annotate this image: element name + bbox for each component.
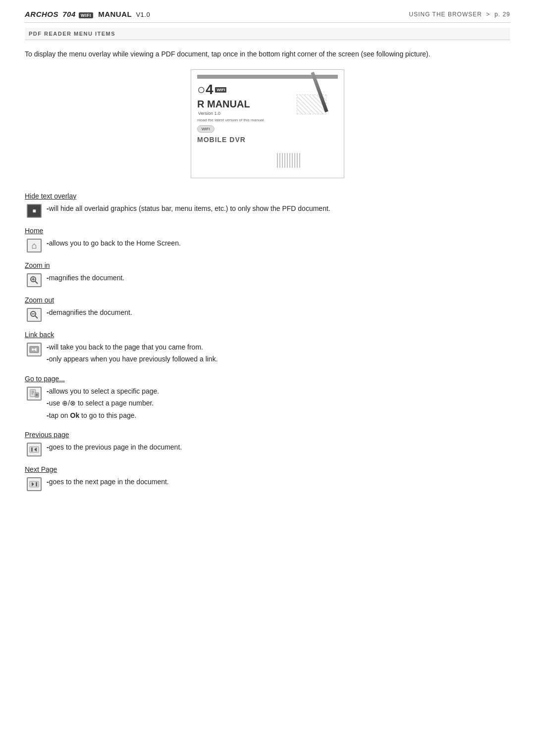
hide-overlay-icon: ■ (27, 204, 42, 218)
next-page-icon (27, 477, 42, 491)
link-back-desc: -will take you back to the page that you… (47, 342, 510, 366)
menu-item-link-back: Link back -will take you back to the pag… (25, 331, 510, 366)
go-to-page-svg (29, 389, 39, 399)
zoom-out-svg (29, 310, 39, 320)
model-number: 704 (62, 10, 76, 18)
svg-rect-11 (32, 391, 34, 391)
previous-page-body: -goes to the previous page in the docume… (27, 442, 510, 456)
go-to-page-icon (27, 387, 42, 401)
previous-page-title: Previous page (25, 431, 510, 439)
screenshot-image: ○4 WIFI R MANUAL Version 1.0 nload the l… (191, 69, 344, 178)
go-to-page-body: -allows you to select a specific page. -… (27, 386, 510, 422)
dark-square-icon: ■ (32, 207, 36, 214)
go-to-page-title: Go to page... (25, 375, 510, 383)
screenshot-num: ○4 (197, 82, 213, 98)
menu-item-next-page: Next Page -goes to the next page in the … (25, 465, 510, 491)
go-to-page-desc: -allows you to select a specific page. -… (47, 386, 510, 422)
svg-rect-13 (32, 394, 34, 394)
manual-label: MANUAL (98, 10, 132, 18)
menu-item-hide-text-overlay: Hide text overlay ■ -will hide all overl… (25, 192, 510, 218)
screenshot-subtext: nload the latest version of this manual (197, 118, 264, 122)
screenshot-version: Version 1.0 (198, 111, 220, 116)
menu-item-previous-page: Previous page -goes to the previous page… (25, 431, 510, 456)
screenshot-dots2 (277, 153, 302, 168)
page-number: p. 29 (494, 11, 510, 18)
svg-line-1 (35, 281, 38, 284)
screenshot-top-bar (197, 75, 338, 79)
menu-item-go-to-page: Go to page... -allows you to select a sp… (25, 375, 510, 422)
previous-page-desc: -goes to the previous page in the docume… (47, 442, 510, 454)
zoom-out-title: Zoom out (25, 296, 510, 304)
svg-rect-12 (32, 392, 34, 393)
screenshot-manual-title: R MANUAL (197, 99, 250, 110)
zoom-in-desc: -magnifies the document. (47, 272, 510, 284)
link-back-svg (29, 345, 39, 354)
home-body: ⌂ -allows you to go back to the Home Scr… (27, 238, 510, 252)
next-page-title: Next Page (25, 465, 510, 473)
page: ARCHOS 704 WIFI MANUAL V1.0 USING THE BR… (0, 0, 535, 520)
hide-text-overlay-body: ■ -will hide all overlaid graphics (stat… (27, 203, 510, 218)
zoom-out-body: -demagnifies the document. (27, 307, 510, 322)
svg-rect-19 (31, 448, 32, 452)
hide-text-overlay-desc: -will hide all overlaid graphics (status… (47, 203, 510, 215)
zoom-in-icon (27, 273, 42, 287)
next-page-desc: -goes to the next page in the document. (47, 476, 510, 488)
svg-rect-9 (32, 349, 34, 351)
home-symbol: ⌂ (32, 241, 37, 251)
previous-page-icon (27, 443, 42, 456)
section-title: PDF READER MENU ITEMS (25, 28, 510, 40)
screenshot-container: ○4 WIFI R MANUAL Version 1.0 nload the l… (25, 69, 510, 178)
intro-text: To display the menu overlay while viewin… (25, 49, 471, 59)
prev-page-svg (29, 445, 39, 454)
menu-item-zoom-in: Zoom in -magnifies the document. (25, 261, 510, 287)
screenshot-inner: ○4 WIFI R MANUAL Version 1.0 nload the l… (191, 70, 344, 178)
next-page-svg (29, 479, 39, 489)
zoom-in-body: -magnifies the document. (27, 272, 510, 287)
header-brand: ARCHOS 704 WIFI MANUAL V1.0 (25, 10, 150, 18)
home-desc: -allows you to go back to the Home Scree… (47, 238, 510, 250)
link-back-icon (27, 343, 42, 356)
link-back-title: Link back (25, 331, 510, 339)
hide-text-overlay-title: Hide text overlay (25, 192, 510, 200)
screenshot-wifi2: WIFI (197, 125, 214, 133)
version-label: V1.0 (136, 11, 150, 18)
screenshot-bottom: MOBILE DVR (197, 136, 246, 144)
zoom-in-svg (29, 275, 39, 285)
menu-item-zoom-out: Zoom out -demagnifies the document. (25, 296, 510, 322)
zoom-out-desc: -demagnifies the document. (47, 307, 510, 319)
menu-item-home: Home ⌂ -allows you to go back to the Hom… (25, 227, 510, 252)
svg-line-5 (35, 316, 38, 318)
zoom-in-title: Zoom in (25, 261, 510, 269)
svg-rect-22 (36, 482, 37, 486)
wifi-badge: WIFI (79, 12, 93, 18)
home-title: Home (25, 227, 510, 235)
zoom-out-icon (27, 308, 42, 322)
svg-rect-10 (30, 390, 36, 397)
screenshot-title-row: ○4 WIFI (197, 82, 228, 98)
link-back-body: -will take you back to the page that you… (27, 342, 510, 366)
page-header: ARCHOS 704 WIFI MANUAL V1.0 USING THE BR… (25, 10, 510, 23)
screenshot-wifi: WIFI (215, 87, 226, 93)
section-label: USING THE BROWSER (409, 11, 482, 18)
header-section-info: USING THE BROWSER > p. 29 (409, 11, 510, 18)
home-icon: ⌂ (27, 239, 42, 252)
next-page-body: -goes to the next page in the document. (27, 476, 510, 491)
brand-name: ARCHOS (25, 10, 58, 18)
menu-items-list: Hide text overlay ■ -will hide all overl… (25, 192, 510, 491)
